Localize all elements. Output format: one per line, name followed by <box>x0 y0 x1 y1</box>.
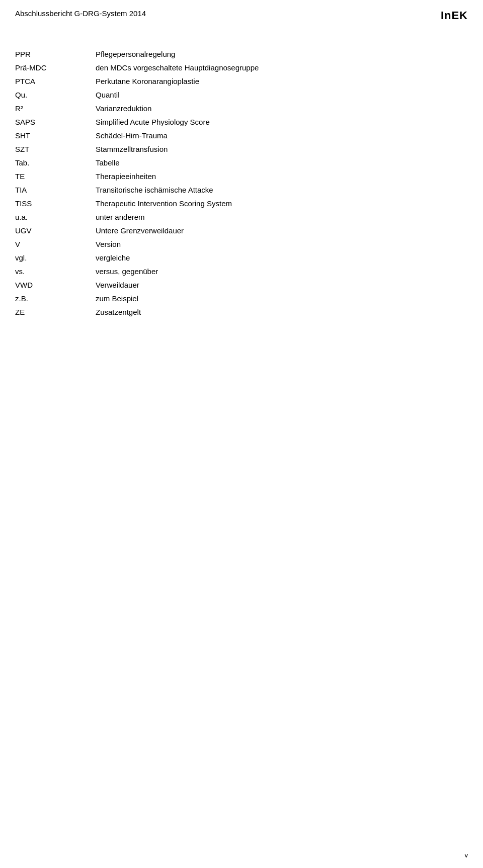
abbreviation-term: TIA <box>15 183 96 197</box>
abbreviation-definition: Zusatzentgelt <box>96 305 468 319</box>
list-item: Tab.Tabelle <box>15 156 468 169</box>
abbreviation-definition: Verweildauer <box>96 278 468 292</box>
abbreviation-term: vgl. <box>15 251 96 265</box>
list-item: u.a.unter anderem <box>15 210 468 224</box>
abbreviation-definition: versus, gegenüber <box>96 265 468 278</box>
abbreviation-term: SAPS <box>15 115 96 129</box>
list-item: VVersion <box>15 237 468 251</box>
abbreviation-term: SZT <box>15 142 96 156</box>
abbreviation-term: Prä-MDC <box>15 61 96 74</box>
abbreviation-definition: Quantil <box>96 88 468 102</box>
abbreviation-term: VWD <box>15 278 96 292</box>
organization-logo: InEK <box>441 9 468 22</box>
abbreviation-definition: vergleiche <box>96 251 468 265</box>
list-item: vs.versus, gegenüber <box>15 265 468 278</box>
abbreviation-definition: Therapieeinheiten <box>96 169 468 183</box>
abbreviation-term: UGV <box>15 224 96 237</box>
list-item: TIATransitorische ischämische Attacke <box>15 183 468 197</box>
list-item: vgl.vergleiche <box>15 251 468 265</box>
list-item: Qu.Quantil <box>15 88 468 102</box>
page-header: Abschlussbericht G-DRG-System 2014 InEK <box>0 0 483 27</box>
main-content: PPRPflegepersonalregelungPrä-MDCden MDCs… <box>0 27 483 339</box>
abbreviation-term: PTCA <box>15 74 96 88</box>
abbreviation-term: TE <box>15 169 96 183</box>
list-item: SHTSchädel-Hirn-Trauma <box>15 129 468 142</box>
list-item: PPRPflegepersonalregelung <box>15 47 468 61</box>
abbreviation-definition: Tabelle <box>96 156 468 169</box>
list-item: ZEZusatzentgelt <box>15 305 468 319</box>
list-item: SZTStammzelltransfusion <box>15 142 468 156</box>
abbreviation-term: R² <box>15 102 96 115</box>
list-item: VWDVerweildauer <box>15 278 468 292</box>
list-item: SAPSSimplified Acute Physiology Score <box>15 115 468 129</box>
list-item: Prä-MDCden MDCs vorgeschaltete Hauptdiag… <box>15 61 468 74</box>
abbreviation-definition: unter anderem <box>96 210 468 224</box>
abbreviation-term: Tab. <box>15 156 96 169</box>
abbreviation-definition: Pflegepersonalregelung <box>96 47 468 61</box>
abbreviation-term: vs. <box>15 265 96 278</box>
list-item: TETherapieeinheiten <box>15 169 468 183</box>
list-item: R²Varianzreduktion <box>15 102 468 115</box>
document-title: Abschlussbericht G-DRG-System 2014 <box>15 9 146 18</box>
abbreviation-term: z.B. <box>15 292 96 305</box>
abbreviation-definition: Transitorische ischämische Attacke <box>96 183 468 197</box>
list-item: TISSTherapeutic Intervention Scoring Sys… <box>15 197 468 210</box>
page-footer: v <box>465 851 468 859</box>
abbreviation-definition: Version <box>96 237 468 251</box>
abbreviation-definition: Stammzelltransfusion <box>96 142 468 156</box>
abbreviation-term: V <box>15 237 96 251</box>
abbreviation-definition: Simplified Acute Physiology Score <box>96 115 468 129</box>
abbreviation-definition: Untere Grenzverweildauer <box>96 224 468 237</box>
abbreviation-term: TISS <box>15 197 96 210</box>
abbreviation-definition: Perkutane Koronarangioplastie <box>96 74 468 88</box>
abbreviation-term: PPR <box>15 47 96 61</box>
abbreviation-term: ZE <box>15 305 96 319</box>
abbreviation-definition: Varianzreduktion <box>96 102 468 115</box>
list-item: UGVUntere Grenzverweildauer <box>15 224 468 237</box>
abbreviations-table: PPRPflegepersonalregelungPrä-MDCden MDCs… <box>15 47 468 319</box>
abbreviation-definition: Schädel-Hirn-Trauma <box>96 129 468 142</box>
page-number: v <box>465 851 468 859</box>
list-item: PTCAPerkutane Koronarangioplastie <box>15 74 468 88</box>
abbreviation-term: u.a. <box>15 210 96 224</box>
list-item: z.B.zum Beispiel <box>15 292 468 305</box>
abbreviation-definition: Therapeutic Intervention Scoring System <box>96 197 468 210</box>
abbreviation-definition: den MDCs vorgeschaltete Hauptdiagnosegru… <box>96 61 468 74</box>
abbreviation-term: Qu. <box>15 88 96 102</box>
abbreviation-definition: zum Beispiel <box>96 292 468 305</box>
abbreviation-term: SHT <box>15 129 96 142</box>
